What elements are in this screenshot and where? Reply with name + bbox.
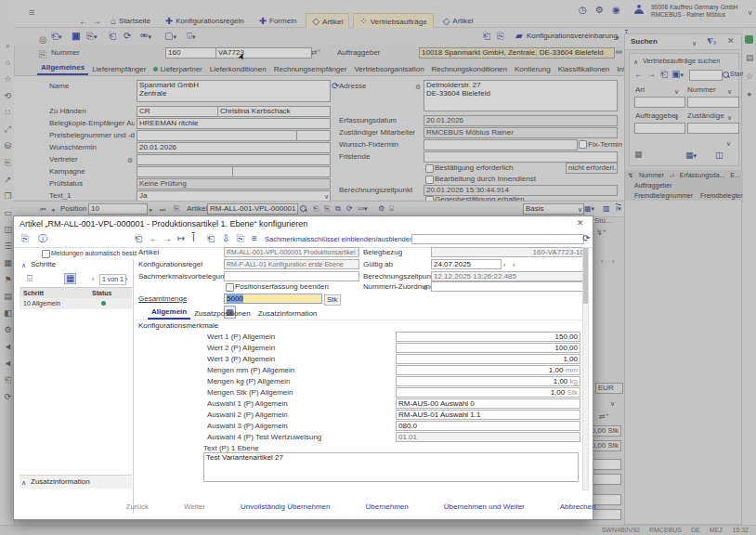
tab-klassifikationen[interactable]: Klassifikationen [554,63,614,75]
new-document-icon[interactable]: ⎗▾ [51,32,62,42]
first-record-icon[interactable]: ⏮ [40,205,46,214]
abbrechen-button[interactable]: Abbrechen [554,502,602,512]
wunschtermin-field[interactable]: 20.01.2026 [137,142,331,153]
close-panel-icon[interactable]: ✕ [727,37,735,46]
merkmal-field[interactable]: 1,00 mm [396,365,580,375]
user-avatar[interactable] [634,5,644,14]
doc-export-icon[interactable]: ⎘ [237,234,244,243]
folder-blue-icon[interactable]: ▰ [515,32,523,41]
settings-gear-icon[interactable]: ⚙ [595,6,604,15]
gueltig-next-icon[interactable]: › [513,261,515,269]
user-menu-chevron-icon[interactable]: ∨ [748,8,752,17]
table-view-icon[interactable]: ▥ [603,204,610,214]
wunsch-fixtermin-field[interactable] [424,139,578,150]
merkmal-field[interactable]: 1,00 kg [396,376,580,386]
tab-rechnungskonditionen[interactable]: Rechnungskonditionen [428,63,511,75]
merkmal-field[interactable]: 100,00 [396,343,580,353]
period-icon[interactable]: ▢▾ [164,32,176,42]
search-start-label[interactable]: Start [730,70,744,79]
expand-icon[interactable]: ⤢ [4,125,12,134]
steps-collapse-icon[interactable]: ∧ [21,261,26,269]
copy-icon[interactable]: ⎘ [4,159,12,167]
favorites-icon[interactable]: ☆ [4,75,12,84]
grid-step-icon[interactable]: ▦ [64,273,76,284]
dlg-tab-zusatzinformation[interactable]: Zusatzinformation [254,307,321,320]
favorites-side-icon[interactable]: ☆ [746,72,753,81]
dialog-scrollbar-thumb[interactable] [583,248,588,304]
preisbeleg-nummer-field[interactable] [137,130,298,141]
clipboard-icon[interactable]: ⎘ [21,234,29,243]
bestaetigung-checkbox[interactable] [425,164,434,173]
save-icon[interactable]: ▣ [72,32,80,41]
gear-star-icon[interactable]: ⚙ [378,204,385,214]
swap-icon[interactable]: ⇄⁺ [599,412,609,421]
chart-icon[interactable]: ↗ [4,176,12,184]
folder-icon[interactable]: ▭ [4,209,12,217]
sparkle-icon[interactable]: ✦ [746,91,753,99]
doc-out-icon[interactable]: ⎘ [497,32,504,41]
dlg-nummern-field[interactable] [431,281,587,292]
list-icon[interactable]: ☰ [4,242,12,251]
refresh-icon[interactable]: ⟳ [346,204,353,214]
merkmal-field[interactable]: 150,00 [396,332,580,342]
tab-lieferkonditionen[interactable]: Lieferkonditionen [206,63,270,75]
next-record-icon[interactable]: ▸ [150,205,153,214]
section-collapse-icon[interactable]: ∧ [633,58,638,66]
tab-vertriebsauftraege[interactable]: ⁘ Vertriebsaufträge [353,13,433,29]
tag-icon[interactable]: ⌻ [389,204,394,214]
sachmerkmal-filter-field[interactable] [411,234,584,244]
tab-allgemeines[interactable]: Allgemeines [37,61,88,75]
fixtermin-checkbox[interactable] [579,140,587,149]
search-zustaendiger-field[interactable] [687,123,739,134]
pin2-icon[interactable]: ◄ [4,359,12,368]
gear-icon[interactable]: ⚙ [4,326,12,334]
step-back-icon[interactable]: ← [150,234,159,243]
card-icon[interactable]: ◧ [4,309,12,318]
name-field[interactable]: Spanmarkt GmbH Zentrale [137,80,331,102]
nav-back-icon[interactable]: ← [79,17,88,26]
last-record-icon[interactable]: ⏭ [160,205,165,214]
nummern-gear-icon[interactable]: ⚙ [423,283,428,292]
more-criteria-icon[interactable]: ∨ [726,139,731,148]
swap-icon[interactable]: ⇄° [311,48,320,57]
panel-chevron-icon[interactable]: ∨ [692,39,697,47]
fit-width-icon[interactable]: ↦ [177,234,185,243]
tab-vertriebsorganisation[interactable]: Vertriebsorganisation [350,63,427,75]
results-empty-area[interactable] [625,201,741,524]
bookmark-icon[interactable]: ⌻▾ [187,32,196,42]
text-merkmal-area[interactable]: Test Variantenartikel 27 [203,452,579,482]
dialog-scrollbar[interactable] [582,247,589,490]
drop-icon[interactable]: ◉ [612,6,620,15]
link-icon[interactable]: ⚯ [616,48,622,58]
tab-formeln[interactable]: ✚ Formeln [254,14,303,29]
steps-next-icon[interactable]: › [125,275,127,283]
nummer-chevron-icon[interactable]: ∨ [727,87,732,96]
weiter-button[interactable]: Weiter [178,502,211,512]
history-forward-icon[interactable]: → [646,70,656,79]
fristende-field[interactable] [424,151,618,163]
clipboard-icon[interactable]: ⎗ [4,376,12,385]
search-icon[interactable]: ⌕ [4,42,12,50]
panel-icon[interactable]: ◫ [4,226,12,234]
tab-artikel-1[interactable]: ◇ Artikel [306,13,349,29]
attach-icon[interactable]: ⎘ [174,204,179,214]
basket-icon[interactable]: ⛁ [4,142,12,150]
search-start-icon[interactable] [723,72,729,78]
tab-lieferpartner[interactable]: Lieferpartner [150,63,205,75]
config-agreement-label[interactable]: Konfigurationsvereinbarung [527,32,618,41]
tab-konfigurationsregeln[interactable]: ✚ Konfigurationsregeln [160,14,250,29]
positionserfassung-checkbox[interactable] [226,283,234,292]
search-auftraggeber-field[interactable] [634,123,685,134]
refresh-icon[interactable]: ⟳ [582,234,590,243]
home-icon[interactable]: ⌂ [4,59,12,67]
search-nummer-field[interactable] [687,97,739,108]
zu-haenden-code-field[interactable]: CR [137,106,218,117]
auto-confirm-checkbox[interactable] [42,250,50,258]
merkmal-field[interactable]: 1,00 [396,354,580,364]
pin-step-icon[interactable]: ⌻ [27,274,33,283]
chevron-down-icon[interactable]: ∨ [610,399,615,408]
copy-document-icon[interactable]: ⎘▾ [86,32,98,42]
zurueck-button[interactable]: Zurück [121,502,154,512]
new-search-icon[interactable]: ⎗ [660,70,668,79]
tab-rechnungsempfaenger[interactable]: Rechnungsempfänger [270,63,351,75]
